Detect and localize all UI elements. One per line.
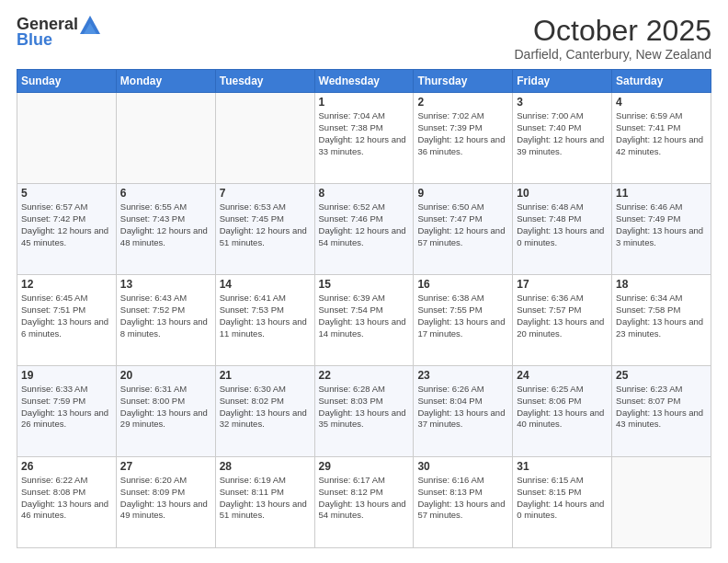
day-number: 10: [517, 187, 608, 200]
logo-icon: [80, 16, 100, 34]
day-number: 20: [120, 369, 211, 382]
header-monday: Monday: [116, 70, 215, 93]
table-row: 1Sunrise: 7:04 AM Sunset: 7:38 PM Daylig…: [314, 93, 414, 184]
day-info: Sunrise: 6:20 AM Sunset: 8:09 PM Dayligh…: [120, 475, 211, 522]
day-number: 29: [319, 460, 410, 473]
day-number: 9: [417, 187, 508, 200]
day-number: 7: [220, 187, 311, 200]
table-row: 30Sunrise: 6:16 AM Sunset: 8:13 PM Dayli…: [414, 457, 513, 548]
logo-block: General Blue: [17, 15, 100, 50]
table-row: 12Sunrise: 6:45 AM Sunset: 7:51 PM Dayli…: [17, 275, 117, 366]
calendar-header-row: Sunday Monday Tuesday Wednesday Thursday…: [17, 70, 711, 93]
day-number: 28: [220, 460, 311, 473]
header: General Blue October 2025 Darfield, Cant…: [17, 15, 711, 62]
month-title: October 2025: [514, 15, 711, 47]
header-tuesday: Tuesday: [215, 70, 314, 93]
table-row: 2Sunrise: 7:02 AM Sunset: 7:39 PM Daylig…: [414, 93, 513, 184]
day-info: Sunrise: 6:33 AM Sunset: 7:59 PM Dayligh…: [21, 384, 112, 431]
day-number: 27: [120, 460, 211, 473]
table-row: 21Sunrise: 6:30 AM Sunset: 8:02 PM Dayli…: [215, 366, 314, 457]
day-info: Sunrise: 6:28 AM Sunset: 8:03 PM Dayligh…: [319, 384, 410, 431]
day-number: 11: [616, 187, 707, 200]
table-row: 14Sunrise: 6:41 AM Sunset: 7:53 PM Dayli…: [215, 275, 314, 366]
day-number: 30: [417, 460, 508, 473]
day-number: 26: [21, 460, 112, 473]
day-info: Sunrise: 6:26 AM Sunset: 8:04 PM Dayligh…: [417, 384, 508, 431]
day-number: 22: [319, 369, 410, 382]
day-number: 1: [319, 96, 410, 109]
day-info: Sunrise: 6:30 AM Sunset: 8:02 PM Dayligh…: [220, 384, 311, 431]
header-saturday: Saturday: [612, 70, 711, 93]
day-number: 16: [417, 278, 508, 291]
table-row: 28Sunrise: 6:19 AM Sunset: 8:11 PM Dayli…: [215, 457, 314, 548]
table-row: 31Sunrise: 6:15 AM Sunset: 8:15 PM Dayli…: [513, 457, 612, 548]
location: Darfield, Canterbury, New Zealand: [514, 47, 711, 62]
table-row: 29Sunrise: 6:17 AM Sunset: 8:12 PM Dayli…: [314, 457, 414, 548]
table-row: 24Sunrise: 6:25 AM Sunset: 8:06 PM Dayli…: [513, 366, 612, 457]
day-number: 31: [517, 460, 608, 473]
day-number: 24: [517, 369, 608, 382]
table-row: [116, 93, 215, 184]
day-number: 12: [21, 278, 112, 291]
header-friday: Friday: [513, 70, 612, 93]
table-row: 13Sunrise: 6:43 AM Sunset: 7:52 PM Dayli…: [116, 275, 215, 366]
day-number: 18: [616, 278, 707, 291]
day-info: Sunrise: 6:34 AM Sunset: 7:58 PM Dayligh…: [616, 293, 707, 339]
table-row: 11Sunrise: 6:46 AM Sunset: 7:49 PM Dayli…: [612, 184, 711, 275]
header-sunday: Sunday: [17, 70, 117, 93]
day-info: Sunrise: 6:25 AM Sunset: 8:06 PM Dayligh…: [517, 384, 608, 431]
day-info: Sunrise: 6:45 AM Sunset: 7:51 PM Dayligh…: [21, 293, 112, 339]
day-info: Sunrise: 6:48 AM Sunset: 7:48 PM Dayligh…: [517, 201, 608, 248]
day-info: Sunrise: 6:36 AM Sunset: 7:57 PM Dayligh…: [517, 293, 608, 339]
day-info: Sunrise: 6:16 AM Sunset: 8:13 PM Dayligh…: [417, 475, 508, 522]
day-info: Sunrise: 6:39 AM Sunset: 7:54 PM Dayligh…: [319, 293, 410, 339]
table-row: 7Sunrise: 6:53 AM Sunset: 7:45 PM Daylig…: [215, 184, 314, 275]
table-row: [17, 93, 117, 184]
logo: General Blue: [17, 15, 100, 50]
day-info: Sunrise: 6:22 AM Sunset: 8:08 PM Dayligh…: [21, 475, 112, 522]
day-info: Sunrise: 6:59 AM Sunset: 7:41 PM Dayligh…: [616, 110, 707, 157]
day-info: Sunrise: 6:43 AM Sunset: 7:52 PM Dayligh…: [120, 293, 211, 339]
logo-blue-text: Blue: [17, 30, 52, 50]
day-info: Sunrise: 6:19 AM Sunset: 8:11 PM Dayligh…: [220, 475, 311, 522]
calendar-week-row: 26Sunrise: 6:22 AM Sunset: 8:08 PM Dayli…: [17, 457, 711, 548]
calendar-week-row: 1Sunrise: 7:04 AM Sunset: 7:38 PM Daylig…: [17, 93, 711, 184]
day-info: Sunrise: 6:38 AM Sunset: 7:55 PM Dayligh…: [417, 293, 508, 339]
table-row: 19Sunrise: 6:33 AM Sunset: 7:59 PM Dayli…: [17, 366, 117, 457]
day-number: 4: [616, 96, 707, 109]
day-info: Sunrise: 6:41 AM Sunset: 7:53 PM Dayligh…: [220, 293, 311, 339]
day-number: 5: [21, 187, 112, 200]
day-info: Sunrise: 6:55 AM Sunset: 7:43 PM Dayligh…: [120, 201, 211, 248]
header-wednesday: Wednesday: [314, 70, 414, 93]
day-info: Sunrise: 6:46 AM Sunset: 7:49 PM Dayligh…: [616, 201, 707, 248]
table-row: 20Sunrise: 6:31 AM Sunset: 8:00 PM Dayli…: [116, 366, 215, 457]
day-number: 21: [220, 369, 311, 382]
day-info: Sunrise: 7:00 AM Sunset: 7:40 PM Dayligh…: [517, 110, 608, 157]
day-info: Sunrise: 6:31 AM Sunset: 8:00 PM Dayligh…: [120, 384, 211, 431]
table-row: 26Sunrise: 6:22 AM Sunset: 8:08 PM Dayli…: [17, 457, 117, 548]
day-info: Sunrise: 7:02 AM Sunset: 7:39 PM Dayligh…: [417, 110, 508, 157]
day-info: Sunrise: 6:17 AM Sunset: 8:12 PM Dayligh…: [319, 475, 410, 522]
table-row: 15Sunrise: 6:39 AM Sunset: 7:54 PM Dayli…: [314, 275, 414, 366]
day-info: Sunrise: 6:15 AM Sunset: 8:15 PM Dayligh…: [517, 475, 608, 522]
table-row: 4Sunrise: 6:59 AM Sunset: 7:41 PM Daylig…: [612, 93, 711, 184]
table-row: 16Sunrise: 6:38 AM Sunset: 7:55 PM Dayli…: [414, 275, 513, 366]
day-number: 3: [517, 96, 608, 109]
day-info: Sunrise: 7:04 AM Sunset: 7:38 PM Dayligh…: [319, 110, 410, 157]
day-number: 23: [417, 369, 508, 382]
table-row: 17Sunrise: 6:36 AM Sunset: 7:57 PM Dayli…: [513, 275, 612, 366]
day-info: Sunrise: 6:23 AM Sunset: 8:07 PM Dayligh…: [616, 384, 707, 431]
page: General Blue October 2025 Darfield, Cant…: [0, 0, 728, 563]
calendar-week-row: 5Sunrise: 6:57 AM Sunset: 7:42 PM Daylig…: [17, 184, 711, 275]
table-row: 9Sunrise: 6:50 AM Sunset: 7:47 PM Daylig…: [414, 184, 513, 275]
table-row: 18Sunrise: 6:34 AM Sunset: 7:58 PM Dayli…: [612, 275, 711, 366]
day-number: 6: [120, 187, 211, 200]
day-number: 14: [220, 278, 311, 291]
calendar-week-row: 19Sunrise: 6:33 AM Sunset: 7:59 PM Dayli…: [17, 366, 711, 457]
table-row: 22Sunrise: 6:28 AM Sunset: 8:03 PM Dayli…: [314, 366, 414, 457]
table-row: 5Sunrise: 6:57 AM Sunset: 7:42 PM Daylig…: [17, 184, 117, 275]
day-info: Sunrise: 6:52 AM Sunset: 7:46 PM Dayligh…: [319, 201, 410, 248]
table-row: 10Sunrise: 6:48 AM Sunset: 7:48 PM Dayli…: [513, 184, 612, 275]
day-number: 2: [417, 96, 508, 109]
day-info: Sunrise: 6:50 AM Sunset: 7:47 PM Dayligh…: [417, 201, 508, 248]
